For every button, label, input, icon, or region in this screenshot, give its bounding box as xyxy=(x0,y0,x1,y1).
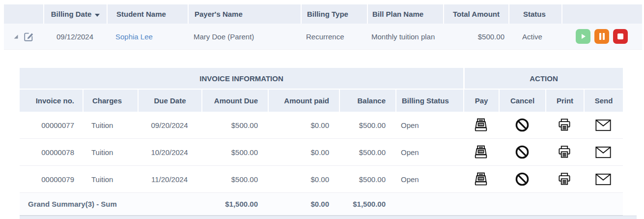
send-button[interactable] xyxy=(595,173,611,186)
summary-balance: $1,500.00 xyxy=(339,193,395,215)
charges-column-header: Charges xyxy=(83,90,138,112)
invoice-row: 00000077 Tuition 09/20/2024 $500.00 $0.0… xyxy=(20,112,623,139)
bill-plan-name-column-header: Bill Plan Name xyxy=(367,4,443,24)
send-button[interactable] xyxy=(595,119,611,132)
billing-status-column-header: Billing Status xyxy=(395,90,463,112)
status-column-header: Status xyxy=(508,4,561,24)
billing-status-cell: Open xyxy=(395,166,463,192)
pay-button[interactable] xyxy=(474,118,488,132)
due-date-cell: 09/20/2024 xyxy=(138,112,201,138)
due-date-cell: 11/20/2024 xyxy=(138,166,201,192)
envelope-icon xyxy=(595,173,611,186)
prohibition-icon xyxy=(515,172,530,187)
play-icon xyxy=(580,33,587,40)
cancel-button[interactable] xyxy=(515,118,530,132)
payer-name-column-header: Payer's Name xyxy=(188,4,301,24)
amount-paid-cell: $0.00 xyxy=(268,139,339,165)
billing-type-cell: Recurrence xyxy=(301,24,367,49)
invoice-information-group-header: INVOICE INFORMATION xyxy=(20,68,463,89)
cash-register-icon xyxy=(474,118,488,132)
invoice-no-cell: 00000078 xyxy=(20,139,83,165)
envelope-icon xyxy=(595,119,611,132)
send-cell xyxy=(584,166,623,192)
action-group-header: ACTION xyxy=(465,68,623,89)
print-button[interactable] xyxy=(557,172,572,187)
billing-date-header-label: Billing Date xyxy=(51,10,92,18)
print-column-header: Print xyxy=(545,90,584,112)
amount-paid-cell: $0.00 xyxy=(268,166,339,192)
printer-icon xyxy=(557,118,572,132)
billing-grid: Billing Date Student Name Payer's Name B… xyxy=(4,4,642,50)
send-column-header: Send xyxy=(584,90,623,112)
summary-amount-paid: $0.00 xyxy=(268,193,339,215)
balance-column-header: Balance xyxy=(339,90,395,112)
pause-icon xyxy=(599,33,605,40)
amount-due-cell: $500.00 xyxy=(201,112,268,138)
billing-date-column-header[interactable]: Billing Date xyxy=(43,4,107,24)
grand-summary-row: Grand Summary(3) - Sum $1,500.00 $0.00 $… xyxy=(20,193,623,216)
payer-name-cell: Mary Doe (Parent) xyxy=(188,24,301,49)
pay-button[interactable] xyxy=(474,145,488,159)
cancel-button[interactable] xyxy=(515,172,530,187)
print-button[interactable] xyxy=(557,118,572,132)
pause-button[interactable] xyxy=(594,29,609,44)
printer-icon xyxy=(557,145,572,159)
billing-grid-header: Billing Date Student Name Payer's Name B… xyxy=(4,4,642,24)
next-section-strip xyxy=(20,216,637,219)
billing-status-cell: Open xyxy=(395,112,463,138)
invoice-table-column-headers: Invoice no. Charges Due Date Amount Due … xyxy=(20,90,623,112)
print-cell xyxy=(545,139,584,165)
send-button[interactable] xyxy=(595,146,611,159)
balance-cell: $500.00 xyxy=(339,112,395,138)
billing-status-cell: Open xyxy=(395,139,463,165)
prohibition-icon xyxy=(515,118,530,132)
amount-paid-cell: $0.00 xyxy=(268,112,339,138)
invoice-no-cell: 00000079 xyxy=(20,166,83,192)
charges-cell: Tuition xyxy=(83,166,138,192)
print-button[interactable] xyxy=(557,145,572,159)
edit-icon[interactable] xyxy=(23,31,34,42)
billing-row: 09/12/2024 Sophia Lee Mary Doe (Parent) … xyxy=(4,24,642,50)
cancel-cell xyxy=(499,139,545,165)
print-cell xyxy=(545,166,584,192)
row-actions-cell xyxy=(561,24,642,49)
invoice-table-group-header: INVOICE INFORMATION ACTION xyxy=(20,68,623,89)
send-cell xyxy=(584,139,623,165)
student-name-link[interactable]: Sophia Lee xyxy=(115,32,153,41)
amount-paid-column-header: Amount paid xyxy=(268,90,339,112)
charges-cell: Tuition xyxy=(83,139,138,165)
amount-due-cell: $500.00 xyxy=(201,139,268,165)
invoice-row: 00000079 Tuition 11/20/2024 $500.00 $0.0… xyxy=(20,166,623,193)
due-date-column-header: Due Date xyxy=(138,90,201,112)
bill-plan-name-cell: Monthly tuition plan xyxy=(367,24,443,49)
cancel-cell xyxy=(499,112,545,138)
invoice-row: 00000078 Tuition 10/20/2024 $500.00 $0.0… xyxy=(20,139,623,166)
due-date-cell: 10/20/2024 xyxy=(138,139,201,165)
prohibition-icon xyxy=(515,145,530,159)
cancel-button[interactable] xyxy=(515,145,530,159)
charges-cell: Tuition xyxy=(83,112,138,138)
stop-button[interactable] xyxy=(613,29,628,44)
collapse-triangle-icon[interactable] xyxy=(14,34,18,39)
summary-amount-due: $1,500.00 xyxy=(201,193,268,215)
pay-column-header: Pay xyxy=(463,90,499,112)
cash-register-icon xyxy=(474,145,488,159)
invoice-table: INVOICE INFORMATION ACTION Invoice no. C… xyxy=(20,68,623,216)
printer-icon xyxy=(557,172,572,187)
cancel-column-header: Cancel xyxy=(499,90,545,112)
student-name-cell: Sophia Lee xyxy=(107,24,188,49)
actions-column-header xyxy=(561,4,642,24)
balance-cell: $500.00 xyxy=(339,166,395,192)
play-button[interactable] xyxy=(576,29,590,44)
amount-due-cell: $500.00 xyxy=(201,166,268,192)
send-cell xyxy=(584,112,623,138)
pay-cell xyxy=(463,166,499,192)
student-name-column-header: Student Name xyxy=(107,4,188,24)
billing-type-column-header: Billing Type xyxy=(301,4,367,24)
pay-cell xyxy=(463,139,499,165)
pay-button[interactable] xyxy=(474,172,488,187)
total-amount-column-header: Total Amount xyxy=(443,4,508,24)
pay-cell xyxy=(463,112,499,138)
amount-due-column-header: Amount Due xyxy=(201,90,268,112)
print-cell xyxy=(545,112,584,138)
